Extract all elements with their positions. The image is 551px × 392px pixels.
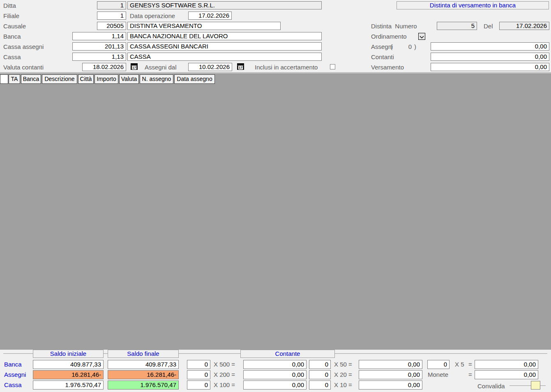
column-header-n-assegno[interactable]: N. assegno	[140, 74, 173, 84]
amount-field-5[interactable]: 0,00	[475, 360, 538, 369]
column-header-citta[interactable]: Città	[78, 74, 94, 84]
cassa-name-field[interactable]: CASSA	[127, 53, 322, 61]
convalida-label: Convalida	[477, 382, 505, 391]
distinta-numero-field: 5	[437, 22, 477, 30]
amount-field-200[interactable]: 0,00	[243, 370, 307, 379]
denomination-label-5: X 5	[455, 360, 464, 369]
banca-code-field[interactable]: 1,14	[72, 32, 126, 40]
cassa-assegni-code-field[interactable]: 201,13	[72, 42, 126, 51]
assegni-count: 0	[403, 43, 412, 51]
banca-label: Banca	[3, 32, 21, 41]
versamento-amount-field[interactable]: 0,00	[431, 63, 549, 71]
column-header-data-assegno[interactable]: Data assegno	[174, 74, 215, 84]
causale-code-field[interactable]: 20505	[97, 22, 126, 30]
calendar-icon[interactable]: 17	[131, 63, 138, 70]
amount-field-20[interactable]: 0,00	[359, 370, 422, 379]
saldo-iniziale-header: Saldo iniziale	[33, 350, 104, 358]
count-field-50[interactable]: 0	[309, 360, 331, 369]
chevron-down-icon	[420, 33, 424, 40]
distinta-versamento-window: Ditta 1 GENESYS SOFTWARE S.R.L. Distinta…	[0, 0, 551, 392]
amount-field-100[interactable]: 0,00	[243, 380, 307, 390]
denomination-label-50: X 50 =	[334, 360, 352, 369]
contante-header: Contante	[240, 350, 335, 358]
assegni-dal-date-field[interactable]: 10.02.2026	[188, 63, 232, 71]
inclusi-accertamento-checkbox[interactable]	[330, 64, 335, 69]
count-field-10[interactable]: 0	[309, 380, 331, 390]
column-header-descrizione[interactable]: Descrizione	[42, 74, 77, 84]
ordinamento-label: Ordinamento	[371, 32, 407, 41]
contanti-amount-field[interactable]: 0,00	[431, 53, 549, 61]
distinta-numero-label: Distinta Numero	[371, 22, 417, 30]
convalida-line-left	[510, 385, 531, 386]
denomination-label-10: X 10 =	[334, 380, 352, 390]
equals-label: =	[468, 370, 472, 379]
monete-label: Monete	[428, 370, 448, 379]
cassa-code-field[interactable]: 1,13	[72, 53, 126, 61]
denomination-label-20: X 20 =	[334, 370, 352, 379]
saldo-iniziale-cassa: 1.976.570,47	[33, 380, 104, 390]
cassa-assegni-label: Cassa assegni	[3, 43, 44, 51]
count-field-500[interactable]: 0	[187, 360, 210, 369]
saldo-row-label-cassa: Cassa	[4, 380, 22, 390]
assegni-amount-field[interactable]: 0,00	[431, 42, 549, 51]
saldo-finale-banca: 409.877,33	[108, 360, 179, 369]
cassa-assegni-name-field[interactable]: CASSA ASSEGNI BANCARI	[127, 42, 322, 51]
denomination-label-200: X 200 =	[214, 370, 235, 379]
column-header-selector[interactable]	[0, 74, 8, 84]
causale-label: Causale	[3, 22, 26, 30]
data-operazione-field[interactable]: 17.02.2026	[188, 12, 232, 20]
banca-name-field[interactable]: BANCA NAZIONALE DEL LAVORO	[127, 32, 322, 40]
filiale-label: Filiale	[3, 12, 19, 20]
denomination-label-100: X 100 =	[214, 380, 235, 390]
calendar-icon[interactable]: 17	[237, 63, 244, 70]
company-name-field: GENESYS SOFTWARE S.R.L.	[127, 1, 322, 9]
data-operazione-label: Data operazione	[130, 12, 175, 20]
amount-field-500[interactable]: 0,00	[243, 360, 307, 369]
assegni-paren-close: )	[414, 43, 416, 51]
equals-label: =	[468, 360, 472, 369]
valuta-contanti-label: Valuta contanti	[3, 63, 44, 71]
column-header-valuta[interactable]: Valuta	[119, 74, 139, 84]
count-field-100[interactable]: 0	[187, 380, 210, 390]
amount-field-10[interactable]: 0,00	[359, 380, 422, 390]
convalida-field[interactable]	[531, 381, 540, 390]
causale-desc-field[interactable]: DISTINTA VERSAMENTO	[127, 22, 281, 30]
amount-field-monete[interactable]: 0,00	[475, 370, 538, 379]
saldo-row-label-assegni: Assegni	[4, 370, 26, 379]
versamento-label: Versamento	[371, 63, 404, 71]
saldo-iniziale-assegni: 16.281,46-	[33, 370, 104, 379]
del-label: Del	[484, 22, 493, 30]
saldo-finale-assegni: 16.281,46-	[108, 370, 179, 379]
page-title: Distinta di versamento in banca	[397, 1, 549, 9]
denomination-label-500: X 500 =	[214, 360, 235, 369]
calendar-icon-day: 17	[132, 66, 136, 69]
calendar-icon-top	[131, 64, 137, 65]
convalida-line-right	[540, 385, 546, 386]
calendar-icon-day: 17	[238, 66, 243, 69]
ditta-code-field: 1	[97, 1, 126, 9]
column-header-importo[interactable]: Importo	[95, 74, 118, 84]
assegni-dal-label: Assegni dal	[145, 63, 177, 71]
column-header-ta[interactable]: TA	[9, 74, 20, 84]
assegni-label: Assegni	[371, 43, 393, 51]
del-field: 17.02.2026	[499, 22, 549, 30]
amount-field-50[interactable]: 0,00	[359, 360, 422, 369]
assegni-paren-open: (	[390, 43, 392, 51]
column-header-banca[interactable]: Banca	[21, 74, 41, 84]
ordinamento-checkbox[interactable]	[418, 33, 425, 40]
calendar-icon-top	[237, 64, 244, 65]
saldo-finale-header: Saldo finale	[108, 350, 179, 358]
valuta-contanti-date-field[interactable]: 18.02.2026	[82, 63, 126, 71]
inclusi-accertamento-label: Inclusi in accertamento	[255, 63, 318, 71]
grid-body	[0, 73, 551, 350]
count-field-20[interactable]: 0	[309, 370, 331, 379]
saldo-row-label-banca: Banca	[4, 360, 22, 369]
filiale-code-field[interactable]: 1	[97, 12, 126, 20]
saldo-iniziale-banca: 409.877,33	[33, 360, 104, 369]
ditta-label: Ditta	[3, 2, 16, 10]
count-field-200[interactable]: 0	[187, 370, 210, 379]
saldo-finale-cassa: 1.976.570,47	[108, 380, 179, 390]
cassa-label: Cassa	[3, 53, 21, 61]
count-field-5[interactable]: 0	[427, 360, 450, 369]
contanti-label: Contanti	[371, 53, 394, 61]
